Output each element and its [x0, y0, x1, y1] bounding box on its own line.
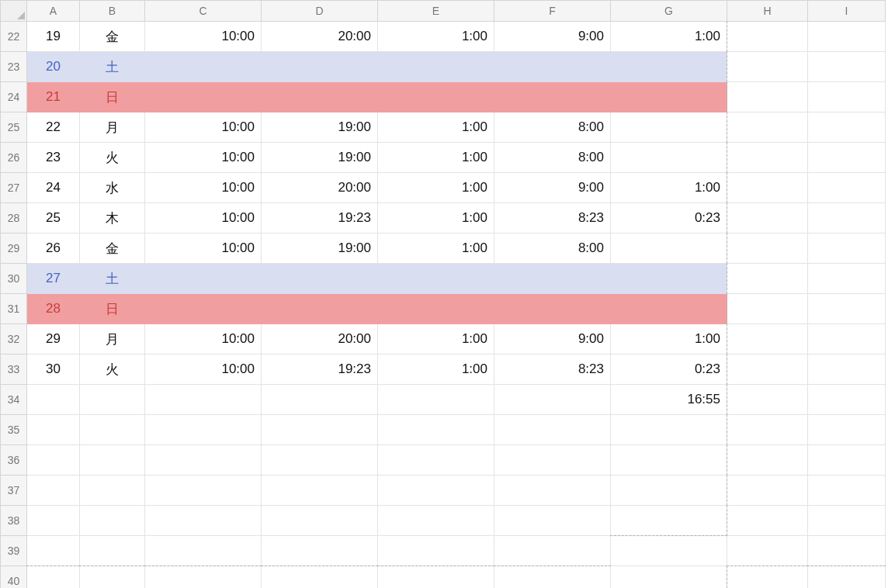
cell-E28[interactable]: 1:00 [378, 203, 494, 233]
cell-A33[interactable]: 30 [27, 355, 80, 385]
cell-E31[interactable] [378, 294, 494, 324]
cell-A40[interactable] [27, 566, 80, 589]
cell-H23[interactable] [727, 52, 808, 82]
cell-F39[interactable] [494, 536, 611, 566]
cell-B37[interactable] [80, 476, 145, 506]
row-header[interactable]: 33 [1, 355, 27, 385]
cell-B25[interactable]: 月 [80, 112, 145, 143]
row-header[interactable]: 38 [1, 506, 27, 536]
cell-D29[interactable]: 19:00 [262, 233, 378, 264]
cell-E40[interactable] [378, 566, 494, 589]
cell-C30[interactable] [145, 264, 262, 294]
cell-E30[interactable] [378, 264, 494, 294]
cell-H39[interactable] [727, 536, 808, 566]
cell-I23[interactable] [808, 52, 886, 82]
cell-F26[interactable]: 8:00 [494, 143, 611, 173]
cell-A22[interactable]: 19 [27, 22, 80, 52]
cell-D39[interactable] [262, 536, 378, 566]
cell-G39[interactable] [611, 536, 727, 566]
cell-G33[interactable]: 0:23 [611, 355, 727, 385]
cell-B39[interactable] [80, 536, 145, 566]
cell-F40[interactable] [494, 566, 611, 589]
cell-H32[interactable] [727, 324, 808, 355]
cell-C34[interactable] [145, 385, 262, 415]
col-header-H[interactable]: H [727, 1, 808, 22]
cell-F28[interactable]: 8:23 [494, 203, 611, 233]
cell-H33[interactable] [727, 355, 808, 385]
cell-B30[interactable]: 土 [80, 264, 145, 294]
cell-G30[interactable] [611, 264, 727, 294]
col-header-C[interactable]: C [145, 1, 262, 22]
row-header[interactable]: 25 [1, 112, 27, 143]
cell-H38[interactable] [727, 506, 808, 536]
cell-F34[interactable] [494, 385, 611, 415]
cell-E25[interactable]: 1:00 [378, 112, 494, 143]
cell-E22[interactable]: 1:00 [378, 22, 494, 52]
col-header-I[interactable]: I [808, 1, 886, 22]
cell-I26[interactable] [808, 143, 886, 173]
cell-D34[interactable] [262, 385, 378, 415]
cell-F23[interactable] [494, 52, 611, 82]
cell-A26[interactable]: 23 [27, 143, 80, 173]
cell-A29[interactable]: 26 [27, 233, 80, 264]
row-header[interactable]: 30 [1, 264, 27, 294]
cell-E24[interactable] [378, 82, 494, 112]
cell-D23[interactable] [262, 52, 378, 82]
cell-E26[interactable]: 1:00 [378, 143, 494, 173]
cell-I38[interactable] [808, 506, 886, 536]
col-header-G[interactable]: G [611, 1, 727, 22]
cell-G40[interactable] [611, 566, 727, 589]
cell-H26[interactable] [727, 143, 808, 173]
cell-B36[interactable] [80, 445, 145, 476]
cell-A38[interactable] [27, 506, 80, 536]
cell-C32[interactable]: 10:00 [145, 324, 262, 355]
cell-F33[interactable]: 8:23 [494, 355, 611, 385]
cell-I29[interactable] [808, 233, 886, 264]
cell-F36[interactable] [494, 445, 611, 476]
cell-D36[interactable] [262, 445, 378, 476]
cell-C40[interactable] [145, 566, 262, 589]
cell-I27[interactable] [808, 173, 886, 203]
cell-G23[interactable] [611, 52, 727, 82]
cell-G37[interactable] [611, 476, 727, 506]
cell-B26[interactable]: 火 [80, 143, 145, 173]
spreadsheet-grid[interactable]: A B C D E F G H I 2219金10:0020:001:009:0… [0, 0, 886, 588]
cell-D27[interactable]: 20:00 [262, 173, 378, 203]
cell-F29[interactable]: 8:00 [494, 233, 611, 264]
cell-B40[interactable] [80, 566, 145, 589]
cell-I30[interactable] [808, 264, 886, 294]
cell-A23[interactable]: 20 [27, 52, 80, 82]
cell-E32[interactable]: 1:00 [378, 324, 494, 355]
cell-H27[interactable] [727, 173, 808, 203]
cell-I28[interactable] [808, 203, 886, 233]
cell-A31[interactable]: 28 [27, 294, 80, 324]
cell-H30[interactable] [727, 264, 808, 294]
cell-I25[interactable] [808, 112, 886, 143]
cell-D25[interactable]: 19:00 [262, 112, 378, 143]
cell-I31[interactable] [808, 294, 886, 324]
cell-H36[interactable] [727, 445, 808, 476]
cell-F30[interactable] [494, 264, 611, 294]
cell-C26[interactable]: 10:00 [145, 143, 262, 173]
cell-G31[interactable] [611, 294, 727, 324]
cell-C31[interactable] [145, 294, 262, 324]
cell-A35[interactable] [27, 415, 80, 445]
cell-I36[interactable] [808, 445, 886, 476]
cell-G28[interactable]: 0:23 [611, 203, 727, 233]
cell-H37[interactable] [727, 476, 808, 506]
cell-A28[interactable]: 25 [27, 203, 80, 233]
cell-C22[interactable]: 10:00 [145, 22, 262, 52]
cell-D40[interactable] [262, 566, 378, 589]
cell-A30[interactable]: 27 [27, 264, 80, 294]
cell-I22[interactable] [808, 22, 886, 52]
row-header[interactable]: 37 [1, 476, 27, 506]
cell-G26[interactable] [611, 143, 727, 173]
row-header[interactable]: 34 [1, 385, 27, 415]
cell-F35[interactable] [494, 415, 611, 445]
cell-A34[interactable] [27, 385, 80, 415]
cell-G38[interactable] [611, 506, 727, 536]
cell-A27[interactable]: 24 [27, 173, 80, 203]
cell-I40[interactable] [808, 566, 886, 589]
cell-E33[interactable]: 1:00 [378, 355, 494, 385]
cell-I24[interactable] [808, 82, 886, 112]
